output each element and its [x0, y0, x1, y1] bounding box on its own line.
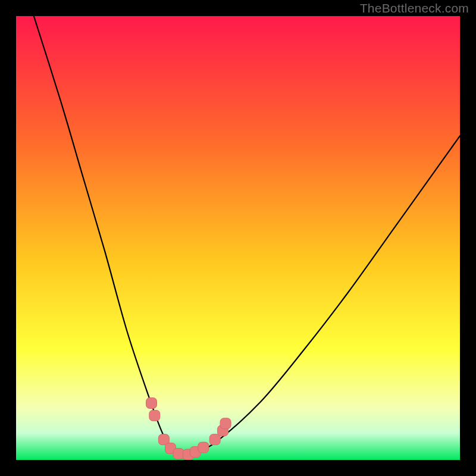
curve-marker: [198, 442, 209, 453]
watermark-text: TheBottleneck.com: [360, 1, 469, 15]
curve-marker: [173, 449, 184, 459]
bottleneck-chart: [16, 16, 460, 460]
curve-marker: [209, 434, 220, 445]
curve-marker: [220, 418, 231, 429]
curve-marker: [146, 398, 157, 409]
curve-marker: [149, 410, 160, 421]
plot-background: [16, 16, 460, 460]
chart-frame: TheBottleneck.com: [0, 0, 476, 476]
